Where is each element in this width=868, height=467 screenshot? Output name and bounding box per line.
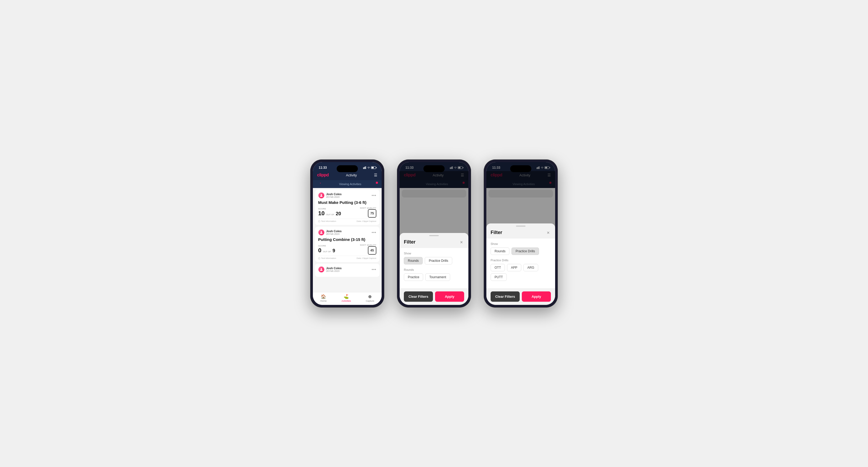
modal-title-3: Filter	[491, 230, 502, 235]
svg-point-5	[320, 183, 320, 183]
modal-header-3: Filter ✕	[486, 228, 555, 239]
filter-overlay-3: Filter ✕ Show Rounds Practice Drills Pra…	[486, 162, 555, 305]
drills-filter-buttons-3: OTT APP ARG PUTT	[491, 264, 551, 281]
practice-button-2[interactable]: Practice	[404, 274, 423, 281]
activity-title-2: Putting Combine (3-15 ft)	[318, 237, 376, 242]
phone-2: 11:33 clippd Activity ☰ Vie	[397, 159, 471, 308]
clear-filters-button-2[interactable]: Clear Filters	[404, 291, 433, 302]
svg-rect-2	[365, 166, 365, 169]
svg-point-6	[321, 194, 322, 195]
status-icons-1	[363, 166, 376, 169]
avatar-3	[318, 266, 324, 273]
arg-button-3[interactable]: ARG	[523, 264, 538, 271]
screenshot-container: 11:33 clippd Activity ☰ Vie	[294, 144, 574, 323]
dynamic-island-3	[510, 165, 531, 172]
avatar-1	[318, 192, 324, 198]
practice-drills-tab-button-3[interactable]: Practice Drills	[512, 248, 539, 255]
filter-overlay-2: Filter ✕ Show Rounds Practice Drills Rou…	[400, 162, 468, 305]
footer-info-1: Test Information	[318, 220, 336, 222]
dots-menu-1[interactable]: •••	[372, 193, 376, 197]
header-title-1: Activity	[346, 173, 357, 177]
apply-button-2[interactable]: Apply	[435, 291, 464, 302]
svg-rect-1	[364, 167, 365, 169]
activity-title-1: Must Make Putting (3-6 ft)	[318, 200, 376, 205]
score-label-1: Score	[318, 208, 341, 210]
ott-button-3[interactable]: OTT	[491, 264, 505, 271]
out-of-value-2: 9	[333, 248, 335, 254]
dots-menu-2[interactable]: •••	[372, 230, 376, 235]
svg-rect-0	[363, 167, 364, 169]
handle-bar-3	[516, 225, 526, 227]
dynamic-island-1	[337, 165, 358, 172]
app-button-3[interactable]: APP	[507, 264, 521, 271]
svg-rect-3	[366, 166, 366, 169]
modal-title-2: Filter	[404, 239, 415, 245]
viewing-bar-1[interactable]: Viewing Activities	[313, 180, 382, 188]
putt-button-3[interactable]: PUTT	[491, 274, 507, 281]
tournament-button-2[interactable]: Tournament	[425, 274, 450, 281]
filter-modal-3: Filter ✕ Show Rounds Practice Drills Pra…	[486, 223, 555, 305]
modal-content-2: Show Rounds Practice Drills Rounds Pract…	[400, 248, 468, 288]
home-label-1: Home	[320, 300, 327, 302]
user-date-1: 28 Feb 2023	[326, 196, 342, 198]
show-label-3: Show	[491, 242, 551, 245]
user-name-1: Josh Coles	[326, 192, 342, 196]
activity-card-2: Josh Coles 28 Feb 2023 ••• Putting Combi…	[315, 227, 379, 262]
close-button-3[interactable]: ✕	[546, 230, 551, 235]
out-of-label-1: OUT OF	[326, 213, 334, 216]
scroll-content-1: Josh Coles 28 Feb 2023 ••• Must Make Put…	[313, 188, 382, 292]
activities-label-1: Activities	[341, 300, 351, 302]
svg-point-10	[321, 231, 322, 232]
nav-capture-1[interactable]: ⊕ Capture	[366, 294, 374, 302]
app-header-1: clippd Activity ☰	[313, 171, 382, 180]
svg-point-14	[321, 268, 322, 270]
rounds-tab-button-3[interactable]: Rounds	[491, 248, 509, 255]
modal-content-3: Show Rounds Practice Drills Practice Dri…	[486, 239, 555, 288]
card-header-3: Josh Coles 28 Feb 2023 •••	[318, 266, 376, 273]
practice-drills-tab-button-2[interactable]: Practice Drills	[425, 257, 452, 264]
phone-3: 11:33 clippd Activity ☰ Vie	[484, 159, 558, 308]
footer-info-2: Test Information	[318, 257, 336, 259]
user-info-3: Josh Coles 28 Feb 2023	[318, 266, 342, 273]
card-footer-2: Test Information Data: Clippd Capture	[318, 256, 376, 259]
dots-menu-3[interactable]: •••	[372, 267, 376, 272]
shot-quality-badge-2: 45	[368, 246, 376, 255]
phone-1: 11:33 clippd Activity ☰ Vie	[310, 159, 384, 308]
clear-filters-button-3[interactable]: Clear Filters	[491, 291, 520, 302]
user-name-3: Josh Coles	[326, 267, 342, 270]
card-footer-1: Test Information Data: Clippd Capture	[318, 219, 376, 222]
capture-label-1: Capture	[366, 300, 374, 302]
out-of-label-2: OUT OF	[323, 250, 331, 253]
svg-point-4	[368, 168, 369, 169]
modal-footer-3: Clear Filters Apply	[486, 288, 555, 305]
activities-icon-1: ⛳	[344, 294, 349, 299]
nav-home-1[interactable]: 🏠 Home	[320, 294, 327, 302]
shot-quality-label-1: Shot Quality	[360, 207, 376, 209]
activity-card-1: Josh Coles 28 Feb 2023 ••• Must Make Put…	[315, 190, 379, 225]
modal-handle-2	[400, 233, 468, 237]
capture-icon-1: ⊕	[368, 294, 372, 299]
rounds-section-label-2: Rounds	[404, 268, 464, 271]
practice-drills-section-label-3: Practice Drills	[491, 259, 551, 262]
close-button-2[interactable]: ✕	[459, 240, 464, 245]
home-icon-1: 🏠	[321, 294, 326, 299]
out-of-value-1: 20	[336, 211, 341, 217]
card-header-1: Josh Coles 28 Feb 2023 •••	[318, 192, 376, 198]
rounds-tab-button-2[interactable]: Rounds	[404, 257, 423, 264]
modal-header-2: Filter ✕	[400, 237, 468, 248]
handle-bar-2	[429, 235, 439, 236]
user-info-1: Josh Coles 28 Feb 2023	[318, 192, 342, 198]
shot-quality-badge-1: 75	[368, 209, 376, 218]
dynamic-island-2	[424, 165, 444, 172]
rounds-filter-buttons-2: Practice Tournament	[404, 274, 464, 281]
modal-footer-2: Clear Filters Apply	[400, 288, 468, 305]
apply-button-3[interactable]: Apply	[522, 291, 551, 302]
red-dot-1	[376, 182, 378, 184]
user-name-2: Josh Coles	[326, 229, 342, 233]
viewing-bar-text-1: Viewing Activities	[323, 183, 377, 186]
activity-card-3: Josh Coles 28 Feb 2023 •••	[315, 263, 379, 277]
nav-activities-1[interactable]: ⛳ Activities	[341, 294, 351, 302]
status-time-1: 11:33	[319, 166, 327, 169]
menu-icon-1[interactable]: ☰	[374, 173, 377, 177]
card-header-2: Josh Coles 28 Feb 2023 •••	[318, 229, 376, 236]
